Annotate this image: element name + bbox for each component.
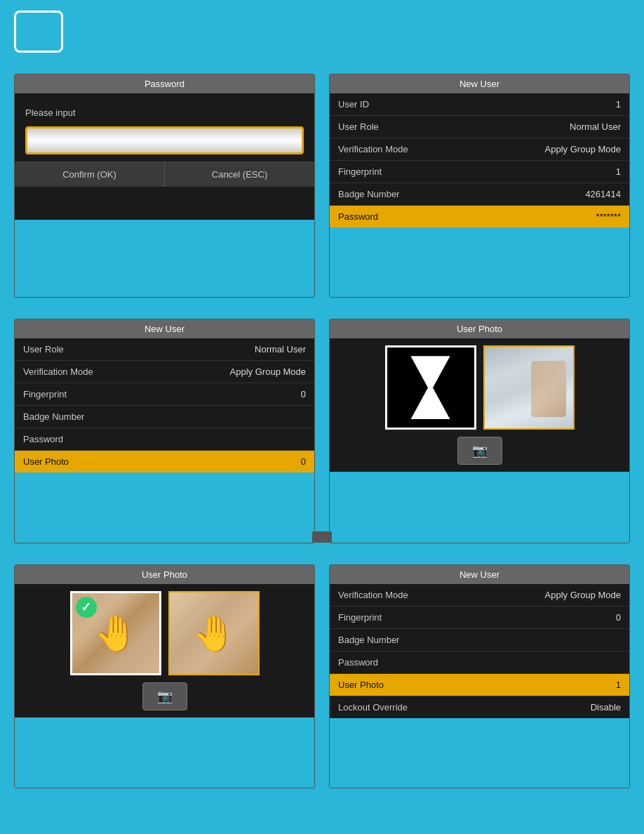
table-row: Badge Number: [15, 406, 314, 428]
row-value: 1: [616, 99, 621, 110]
new-user-bottom-title: New User: [330, 565, 629, 584]
table-row: Verification Mode Apply Group Mode: [330, 138, 629, 161]
cancel-button[interactable]: Cancel (ESC): [165, 162, 314, 187]
row-value: 0: [301, 389, 306, 399]
new-user-top-panel: New User User ID 1 User Role Normal User…: [329, 74, 630, 298]
row-value: Apply Group Mode: [545, 590, 621, 600]
table-row: Verification Mode Apply Group Mode: [15, 361, 314, 383]
top-bar: [0, 0, 644, 63]
row-label: Badge Number: [338, 635, 399, 645]
row-label: Verification Mode: [23, 366, 93, 377]
row-label: User Role: [338, 121, 379, 132]
row-value: 4261414: [585, 189, 621, 199]
table-row: Password: [330, 651, 629, 674]
row-value: 1: [616, 680, 621, 690]
hand-photo-right: 🤚: [170, 593, 258, 674]
row-label: Password: [338, 211, 378, 222]
user-photo-top-panel: User Photo 📷: [329, 319, 630, 543]
row-value: Apply Group Mode: [230, 366, 306, 377]
new-user-mid-body: User Role Normal User Verification Mode …: [15, 338, 314, 472]
table-row-user-photo[interactable]: User Photo 0: [15, 451, 314, 472]
row-label: Badge Number: [23, 411, 84, 422]
row-value: 0: [301, 456, 306, 467]
row-label: User Photo: [23, 456, 69, 467]
new-user-bottom-panel: New User Verification Mode Apply Group M…: [329, 564, 630, 788]
user-photo-bottom-panel: User Photo 🤚 ✓ 🤚 📷: [14, 564, 315, 788]
row-label: Password: [23, 434, 63, 444]
password-buttons: Confirm (OK) Cancel (ESC): [15, 161, 314, 187]
new-user-top-body: User ID 1 User Role Normal User Verifica…: [330, 93, 629, 227]
bottom-bar: [0, 799, 644, 834]
table-row: Lockout Override Disable: [330, 696, 629, 718]
row-label: Fingerprint: [338, 612, 382, 623]
row-label: Fingerprint: [23, 389, 67, 399]
small-indicator: [312, 531, 332, 543]
content-area: Password Please input Confirm (OK) Cance…: [0, 63, 644, 799]
table-row: User Role Normal User: [330, 116, 629, 138]
password-dialog-title: Password: [15, 74, 314, 93]
camera-capture-button[interactable]: 📷: [457, 437, 502, 465]
logo: [14, 11, 63, 53]
user-photo-bottom-body: 🤚 ✓ 🤚 📷: [15, 584, 314, 717]
table-row: Fingerprint 0: [330, 607, 629, 629]
user-photo-top-title: User Photo: [330, 319, 629, 338]
row-label: Verification Mode: [338, 590, 408, 600]
photo-slot-preview: 🤚: [168, 591, 260, 675]
password-input[interactable]: [25, 126, 304, 154]
table-row: Fingerprint 0: [15, 383, 314, 406]
photo-row: [337, 345, 622, 430]
row-label: Password: [338, 657, 378, 668]
row-label: Lockout Override: [338, 702, 408, 713]
checkmark-icon: ✓: [76, 597, 97, 618]
table-row: User ID 1: [330, 93, 629, 116]
photo-slot-camera: [483, 345, 575, 430]
table-row: Fingerprint 1: [330, 161, 629, 183]
password-dialog-body: Please input Confirm (OK) Cancel (ESC): [15, 93, 314, 220]
new-user-bottom-body: Verification Mode Apply Group Mode Finge…: [330, 584, 629, 718]
user-photo-top-body: 📷: [330, 338, 629, 472]
table-row-password[interactable]: Password *******: [330, 206, 629, 227]
row-value: 1: [616, 166, 621, 177]
row-value: 0: [616, 612, 621, 623]
camera-capture-button-2[interactable]: 📷: [142, 682, 187, 710]
new-user-mid-title: New User: [15, 319, 314, 338]
row-label: User ID: [338, 99, 369, 110]
row-value: Apply Group Mode: [545, 144, 621, 154]
table-row-user-photo-active[interactable]: User Photo 1: [330, 674, 629, 696]
photo-slot-confirmed: 🤚 ✓: [70, 591, 161, 675]
row-value: Normal User: [255, 344, 306, 355]
new-user-top-title: New User: [330, 74, 629, 93]
row-label: Verification Mode: [338, 144, 408, 154]
table-row: Verification Mode Apply Group Mode: [330, 584, 629, 607]
confirm-button[interactable]: Confirm (OK): [15, 162, 165, 187]
row-label: User Role: [23, 344, 64, 355]
user-photo-bottom-title: User Photo: [15, 565, 314, 584]
row-label: Fingerprint: [338, 166, 382, 177]
table-row: User Role Normal User: [15, 338, 314, 361]
password-prompt: Please input: [25, 107, 304, 118]
row-value: Normal User: [570, 121, 621, 132]
password-dialog-panel: Password Please input Confirm (OK) Cance…: [14, 74, 315, 298]
camera-icon-2: 📷: [157, 689, 173, 704]
hourglass-shape: [406, 356, 455, 419]
table-row: Badge Number 4261414: [330, 183, 629, 206]
row-value: *******: [596, 211, 621, 222]
table-row: Password: [15, 428, 314, 451]
row-label: Badge Number: [338, 189, 399, 199]
photo-slot-empty: [385, 345, 476, 430]
row-label: User Photo: [338, 680, 384, 690]
new-user-mid-panel: New User User Role Normal User Verificat…: [14, 319, 315, 543]
table-row: Badge Number: [330, 629, 629, 651]
photo-row: 🤚 ✓ 🤚: [22, 591, 307, 675]
camera-icon: 📷: [472, 443, 488, 458]
row-value: Disable: [591, 702, 621, 713]
